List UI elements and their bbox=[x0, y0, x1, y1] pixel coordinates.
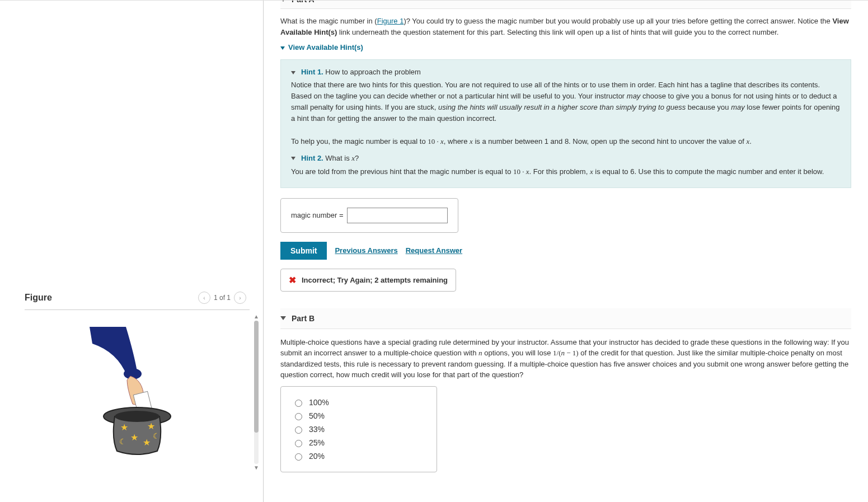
svg-text:☾: ☾ bbox=[119, 437, 126, 446]
chevron-down-icon bbox=[280, 46, 285, 50]
svg-text:★: ★ bbox=[147, 421, 155, 431]
svg-text:★: ★ bbox=[130, 433, 138, 442]
chevron-down-icon bbox=[280, 1, 286, 2]
question-panel: Part A What is the magic number in (Figu… bbox=[264, 1, 868, 502]
pager-next-button[interactable]: › bbox=[234, 292, 246, 304]
mc-radio[interactable] bbox=[295, 400, 302, 407]
mc-radio[interactable] bbox=[295, 453, 302, 461]
scroll-up-icon[interactable]: ▲ bbox=[254, 314, 259, 320]
multiple-choice-box: 100% 50% 33% 25% 20% bbox=[280, 386, 437, 472]
part-a-header[interactable]: Part A bbox=[280, 1, 851, 9]
answer-label: magic number = bbox=[291, 211, 344, 219]
figure-panel: Figure ‹ 1 of 1 › bbox=[0, 1, 263, 502]
hint-1-body: Notice that there are two hints for this… bbox=[291, 79, 841, 147]
svg-text:★: ★ bbox=[143, 438, 151, 447]
previous-answers-link[interactable]: Previous Answers bbox=[335, 246, 397, 255]
svg-text:☾: ☾ bbox=[153, 431, 160, 440]
magic-number-input[interactable] bbox=[347, 208, 448, 223]
mc-radio[interactable] bbox=[295, 440, 302, 447]
mc-radio[interactable] bbox=[295, 413, 302, 420]
pager-prev-button[interactable]: ‹ bbox=[198, 292, 210, 304]
scroll-down-icon[interactable]: ▼ bbox=[254, 465, 259, 471]
feedback-text: Incorrect; Try Again; 2 attempts remaini… bbox=[302, 276, 448, 284]
figure-scrollbar[interactable]: ▲ ▼ bbox=[254, 314, 259, 471]
part-b-title: Part B bbox=[292, 314, 315, 323]
svg-point-3 bbox=[115, 411, 159, 422]
submit-button[interactable]: Submit bbox=[280, 242, 327, 260]
figure-1-link[interactable]: Figure 1 bbox=[377, 17, 404, 25]
part-b-header[interactable]: Part B bbox=[280, 308, 851, 329]
hint-1-header[interactable]: Hint 1. How to approach the problem bbox=[291, 68, 841, 76]
view-hints-toggle[interactable]: View Available Hint(s) bbox=[280, 43, 851, 51]
figure-pager: ‹ 1 of 1 › bbox=[195, 292, 250, 304]
part-a-question: What is the magic number in (Figure 1)? … bbox=[280, 16, 851, 37]
mc-option-100[interactable]: 100% bbox=[292, 398, 425, 407]
chevron-down-icon bbox=[280, 316, 286, 320]
part-a-title: Part A bbox=[292, 1, 315, 4]
part-b-question: Multiple-choice questions have a special… bbox=[280, 337, 851, 381]
mc-radio[interactable] bbox=[295, 426, 302, 434]
answer-box: magic number = bbox=[280, 198, 458, 233]
pager-text: 1 of 1 bbox=[214, 294, 231, 302]
figure-title: Figure bbox=[25, 293, 52, 303]
mc-option-25[interactable]: 25% bbox=[292, 438, 425, 447]
hint-2-header[interactable]: Hint 2. What is x? bbox=[291, 154, 841, 163]
mc-option-50[interactable]: 50% bbox=[292, 411, 425, 420]
svg-text:★: ★ bbox=[120, 423, 128, 432]
hint-2: Hint 2. What is x? You are told from the… bbox=[291, 154, 841, 177]
feedback-box: ✖ Incorrect; Try Again; 2 attempts remai… bbox=[280, 269, 456, 292]
mc-option-33[interactable]: 33% bbox=[292, 425, 425, 434]
mc-option-20[interactable]: 20% bbox=[292, 452, 425, 461]
chevron-down-icon bbox=[291, 157, 295, 160]
hint-2-body: You are told from the previous hint that… bbox=[291, 166, 841, 177]
incorrect-icon: ✖ bbox=[289, 275, 296, 285]
chevron-down-icon bbox=[291, 71, 295, 74]
hints-container: Hint 1. How to approach the problem Noti… bbox=[280, 59, 851, 188]
request-answer-link[interactable]: Request Answer bbox=[406, 246, 462, 255]
figure-image: ★ ★ ★ ★ ☾ ☾ bbox=[25, 327, 250, 456]
hint-1: Hint 1. How to approach the problem Noti… bbox=[291, 68, 841, 147]
